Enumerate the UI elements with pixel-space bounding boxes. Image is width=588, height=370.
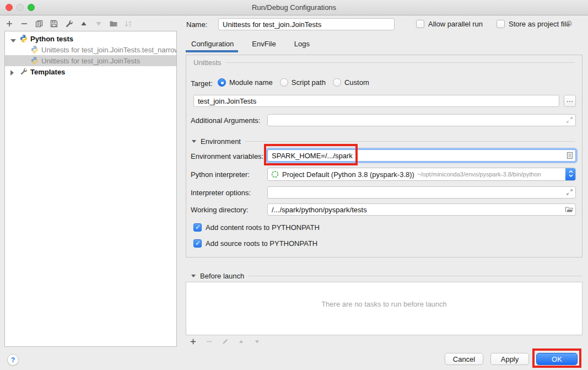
expand-field-icon[interactable]: [565, 188, 574, 197]
unittests-section-header: Unittests: [193, 58, 575, 67]
add-content-roots-checkbox[interactable]: [193, 223, 202, 232]
help-icon: ?: [11, 356, 15, 364]
unittests-group-box: Unittests Target: Module name Script pat…: [186, 55, 582, 258]
copy-icon: [35, 19, 44, 28]
templates-wrench-icon: [19, 67, 28, 76]
new-folder-icon: [109, 19, 118, 28]
python-test-icon: [30, 56, 39, 65]
tree-item-label: Unittests for test_join.JoinTests: [41, 57, 140, 65]
ok-button[interactable]: OK: [536, 353, 578, 365]
edit-templates-button[interactable]: [64, 19, 74, 29]
arrow-up-icon: [79, 19, 88, 28]
interpreter-options-input[interactable]: [267, 186, 576, 199]
store-as-project-file-option[interactable]: Store as project file: [497, 20, 570, 28]
title-bar: Run/Debug Configurations: [0, 0, 588, 15]
working-directory-input[interactable]: [267, 203, 576, 216]
python-interpreter-value: Project Default (Python 3.8 (pyspark-3.8…: [282, 170, 414, 179]
radio-custom-label: Custom: [344, 78, 369, 87]
remove-configuration-button[interactable]: [19, 19, 29, 29]
minus-icon: [205, 337, 213, 346]
store-as-project-file-label: Store as project file: [509, 20, 570, 28]
name-label: Name:: [186, 20, 207, 29]
target-input[interactable]: [193, 95, 559, 107]
expand-field-icon[interactable]: [565, 116, 574, 125]
add-source-roots-option[interactable]: Add source roots to PYTHONPATH: [193, 239, 317, 248]
configurations-toolbar: [4, 17, 133, 30]
add-content-roots-label: Add content roots to PYTHONPATH: [206, 223, 320, 232]
radio-custom[interactable]: [333, 78, 341, 87]
store-as-project-file-checkbox[interactable]: [497, 20, 505, 28]
sort-configurations-button[interactable]: [123, 19, 133, 29]
remove-task-button[interactable]: [204, 336, 214, 346]
cancel-button[interactable]: Cancel: [445, 353, 483, 365]
configurations-tree: Python tests Unittests for test_join.Joi…: [4, 31, 177, 347]
unittests-section-label: Unittests: [193, 58, 222, 67]
move-up-button[interactable]: [79, 19, 89, 29]
window-title: Run/Debug Configurations: [0, 3, 588, 12]
tree-item-templates[interactable]: Templates: [5, 66, 176, 77]
tab-configuration[interactable]: Configuration: [191, 39, 234, 49]
environment-section-header[interactable]: Environment: [192, 137, 575, 146]
radio-module-name-label: Module name: [229, 78, 273, 87]
working-directory-label: Working directory:: [191, 206, 249, 214]
copy-configuration-button[interactable]: [34, 19, 44, 29]
expand-arrow-icon[interactable]: [10, 69, 16, 74]
allow-parallel-run-option[interactable]: Allow parallel run: [416, 20, 483, 28]
folder-icon[interactable]: [565, 205, 574, 214]
tab-logs[interactable]: Logs: [294, 39, 310, 49]
name-input[interactable]: [218, 18, 395, 30]
tree-item-unittests-jointests[interactable]: Unittests for test_join.JoinTests: [5, 55, 176, 66]
environment-section-label: Environment: [201, 137, 241, 146]
run-debug-configurations-dialog: Run/Debug Configurations: [0, 0, 588, 370]
additional-arguments-input[interactable]: [267, 114, 576, 126]
allow-parallel-run-checkbox[interactable]: [416, 20, 424, 28]
add-task-button[interactable]: [188, 336, 198, 346]
target-radio-group: Module name Script path Custom: [218, 78, 369, 87]
save-configuration-button[interactable]: [49, 19, 59, 29]
plus-icon: [5, 19, 14, 28]
help-button[interactable]: ?: [7, 354, 19, 366]
environment-variables-label: Environment variables:: [191, 152, 263, 160]
apply-button[interactable]: Apply: [490, 353, 529, 365]
browse-target-button[interactable]: …: [564, 95, 576, 107]
additional-arguments-label: Additional Arguments:: [191, 116, 260, 125]
move-task-down-button[interactable]: [252, 336, 262, 346]
add-configuration-button[interactable]: [4, 19, 14, 29]
plus-icon: [189, 337, 197, 346]
before-launch-section-label: Before launch: [200, 272, 244, 280]
interpreter-options-label: Interpreter options:: [191, 189, 251, 197]
tree-item-unittests-test-narrow[interactable]: Unittests for test_join.JoinTests.test_n…: [5, 44, 176, 55]
move-down-button[interactable]: [94, 19, 104, 29]
tree-item-label: Templates: [30, 68, 65, 76]
conda-environment-icon: [271, 170, 279, 178]
collapse-arrow-icon[interactable]: [192, 140, 196, 143]
add-content-roots-option[interactable]: Add content roots to PYTHONPATH: [193, 223, 320, 232]
tab-envfile[interactable]: EnvFile: [252, 39, 276, 49]
python-interpreter-select[interactable]: Project Default (Python 3.8 (pyspark-3.8…: [267, 168, 576, 181]
before-launch-section-header[interactable]: Before launch: [191, 272, 582, 280]
tab-bar: Configuration EnvFile Logs: [191, 39, 310, 49]
pencil-icon: [221, 337, 229, 346]
save-icon: [50, 19, 58, 28]
python-interpreter-path: ~/opt/miniconda3/envs/pyspark-3.8/bin/py…: [417, 171, 541, 178]
before-launch-toolbar: [188, 336, 262, 346]
add-source-roots-checkbox[interactable]: [193, 239, 202, 248]
radio-module-name[interactable]: [218, 78, 226, 87]
radio-script-path-label: Script path: [292, 78, 326, 87]
gear-icon[interactable]: ⚙: [565, 19, 573, 29]
move-task-up-button[interactable]: [236, 336, 246, 346]
new-folder-button[interactable]: [109, 19, 118, 29]
edit-task-button[interactable]: [220, 336, 230, 346]
tree-item-python-tests[interactable]: Python tests: [5, 33, 176, 44]
tree-item-label: Unittests for test_join.JoinTests.test_n…: [41, 46, 176, 54]
environment-variables-input[interactable]: [267, 149, 576, 162]
collapse-arrow-icon[interactable]: [10, 36, 16, 41]
edit-variables-list-icon[interactable]: [565, 151, 574, 160]
arrow-down-icon: [94, 19, 103, 28]
radio-script-path[interactable]: [280, 78, 288, 87]
chevron-up-down-icon: [568, 168, 574, 181]
arrow-up-icon: [237, 337, 245, 346]
collapse-arrow-icon[interactable]: [191, 275, 196, 277]
python-interpreter-label: Python interpreter:: [191, 170, 250, 179]
combo-stepper-button[interactable]: [565, 168, 576, 181]
